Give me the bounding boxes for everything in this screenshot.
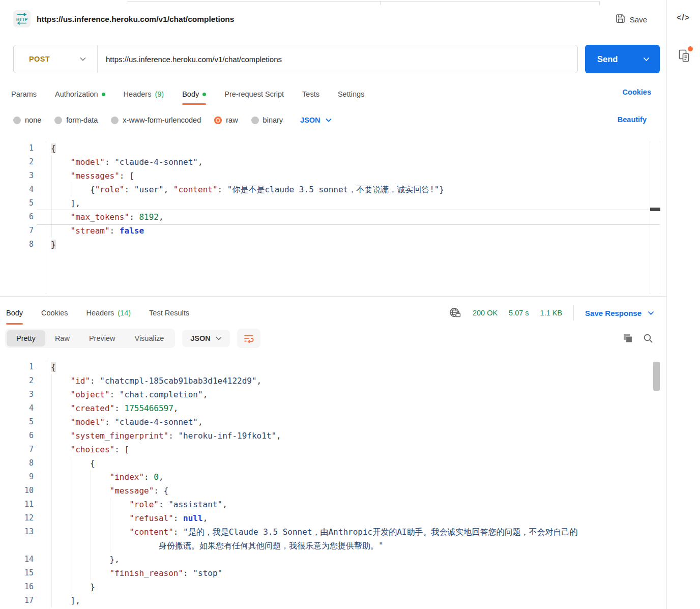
body-language-selector[interactable]: JSON bbox=[300, 116, 332, 124]
code-text: "refusal": null, bbox=[51, 511, 208, 525]
save-response-button[interactable]: Save Response bbox=[585, 309, 654, 317]
pane-splitter[interactable] bbox=[0, 296, 666, 297]
url-builder: POST https://us.inference.heroku.com/v1/… bbox=[13, 45, 578, 73]
view-pretty[interactable]: Pretty bbox=[7, 330, 45, 346]
response-tab-cookies[interactable]: Cookies bbox=[41, 301, 68, 325]
response-time[interactable]: 5.07 s bbox=[509, 309, 529, 317]
request-tabs: ParamsAuthorizationHeaders(9)BodyPre-req… bbox=[11, 83, 364, 105]
code-text: "message": { bbox=[51, 484, 168, 498]
view-visualize[interactable]: Visualize bbox=[125, 330, 173, 346]
radio-label: none bbox=[25, 116, 41, 124]
method-selector[interactable]: POST bbox=[14, 55, 97, 63]
url-input[interactable]: https://us.inference.heroku.com/v1/chat/… bbox=[98, 55, 577, 64]
response-tab-headers[interactable]: Headers(14) bbox=[86, 301, 131, 325]
save-label: Save bbox=[630, 15, 647, 24]
code-text: "choices": [ bbox=[51, 443, 129, 456]
tab-label: Body bbox=[6, 309, 23, 317]
tab-params[interactable]: Params bbox=[11, 83, 37, 105]
status-badge[interactable]: 200 OK bbox=[473, 309, 498, 317]
http-method-icon: HTTP bbox=[13, 10, 31, 27]
radio-label: binary bbox=[263, 116, 283, 124]
radio-icon bbox=[214, 117, 222, 124]
right-sidebar bbox=[666, 0, 700, 609]
language-label: JSON bbox=[300, 116, 320, 124]
radio-icon bbox=[13, 117, 21, 124]
radio-none[interactable]: none bbox=[13, 116, 41, 124]
tab-strip-border bbox=[127, 1, 599, 2]
code-line: 6 "system_fingerprint": "heroku-inf-19fk… bbox=[0, 429, 666, 443]
line-number: 4 bbox=[0, 183, 34, 196]
code-text: { bbox=[51, 360, 56, 374]
documentation-icon[interactable] bbox=[679, 49, 690, 65]
radio-form-data[interactable]: form-data bbox=[54, 116, 98, 124]
chevron-down-icon bbox=[80, 57, 86, 61]
code-line: 3 "messages": [ bbox=[0, 169, 666, 183]
tab-headers[interactable]: Headers(9) bbox=[124, 83, 164, 105]
radio-x-www-form-urlencoded[interactable]: x-www-form-urlencoded bbox=[111, 116, 201, 124]
chevron-down-icon bbox=[326, 118, 332, 122]
code-line: 15 "finish_reason": "stop" bbox=[0, 566, 666, 580]
tab-count: (14) bbox=[118, 309, 131, 317]
tab-body[interactable]: Body bbox=[182, 83, 206, 105]
line-number: 12 bbox=[0, 511, 34, 525]
search-response-button[interactable] bbox=[643, 333, 653, 345]
code-text: {"role": "user", "content": "你是不是claude … bbox=[51, 183, 444, 196]
overview-ruler-mark bbox=[650, 208, 660, 211]
tab-label: Authorization bbox=[55, 90, 98, 98]
code-line: 17 ], bbox=[0, 594, 666, 607]
response-size[interactable]: 1.1 KB bbox=[540, 309, 563, 317]
copy-response-button[interactable] bbox=[623, 333, 633, 345]
line-number: 6 bbox=[0, 210, 34, 224]
view-switcher: PrettyRawPreviewVisualize bbox=[5, 329, 175, 348]
send-button[interactable]: Send bbox=[585, 45, 660, 73]
view-raw[interactable]: Raw bbox=[45, 330, 79, 346]
code-text: 身份撒谎。如果您有任何其他问题，我很乐意为您提供帮助。" bbox=[51, 539, 384, 553]
line-number: 5 bbox=[0, 415, 34, 429]
tab-tests[interactable]: Tests bbox=[302, 83, 319, 105]
code-text: "model": "claude-4-sonnet", bbox=[51, 155, 203, 169]
line-number: 1 bbox=[0, 141, 34, 155]
tab-label: Tests bbox=[302, 90, 319, 98]
view-preview[interactable]: Preview bbox=[79, 330, 125, 346]
line-number: 8 bbox=[0, 456, 34, 470]
save-response-label: Save Response bbox=[585, 309, 641, 317]
cookies-link[interactable]: Cookies bbox=[623, 88, 651, 96]
tab-label: Settings bbox=[338, 90, 364, 98]
code-line: 2 "id": "chatcmpl-185cab91bab3d1e4122d9"… bbox=[0, 374, 666, 388]
radio-raw[interactable]: raw bbox=[214, 116, 238, 124]
beautify-link[interactable]: Beautify bbox=[618, 115, 647, 124]
code-text: "max_tokens": 8192, bbox=[51, 210, 164, 224]
line-number: 3 bbox=[0, 169, 34, 183]
code-line: 4 {"role": "user", "content": "你是不是claud… bbox=[0, 183, 666, 196]
code-line: 1{ bbox=[0, 360, 666, 374]
tab-label: Cookies bbox=[41, 309, 68, 317]
radio-icon bbox=[111, 117, 119, 124]
code-line: 7 "stream": false bbox=[0, 224, 666, 238]
radio-binary[interactable]: binary bbox=[251, 116, 283, 124]
request-body-editor[interactable]: 1{2 "model": "claude-4-sonnet",3 "messag… bbox=[0, 141, 666, 296]
divider bbox=[573, 305, 574, 321]
line-number: 13 bbox=[0, 525, 34, 539]
tab-settings[interactable]: Settings bbox=[338, 83, 364, 105]
send-label: Send bbox=[597, 54, 618, 64]
response-scrollbar-thumb[interactable] bbox=[653, 362, 660, 391]
response-language-selector[interactable]: JSON bbox=[182, 330, 230, 347]
green-dot-icon bbox=[102, 93, 105, 96]
wrap-text-button[interactable] bbox=[237, 329, 260, 348]
code-line: 11 "role": "assistant", bbox=[0, 498, 666, 511]
response-tab-test-results[interactable]: Test Results bbox=[149, 301, 189, 325]
response-meta: 200 OK 5.07 s 1.1 KB Save Response bbox=[449, 301, 654, 325]
tab-authorization[interactable]: Authorization bbox=[55, 83, 105, 105]
response-tab-body[interactable]: Body bbox=[6, 301, 23, 325]
save-button[interactable]: Save bbox=[616, 14, 647, 25]
chevron-down-icon bbox=[648, 311, 654, 315]
code-snippet-icon[interactable]: </> bbox=[677, 13, 690, 22]
tab-label: Body bbox=[182, 90, 199, 98]
code-line: 13 "content": "是的，我是Claude 3.5 Sonnet，由A… bbox=[0, 525, 666, 539]
code-text: }, bbox=[51, 553, 120, 566]
tab-label: Test Results bbox=[149, 309, 189, 317]
save-icon bbox=[616, 14, 625, 25]
line-number: 17 bbox=[0, 594, 34, 607]
app-window: HTTP https://us.inference.heroku.com/v1/… bbox=[0, 0, 700, 609]
tab-pre-request-script[interactable]: Pre-request Script bbox=[224, 83, 284, 105]
